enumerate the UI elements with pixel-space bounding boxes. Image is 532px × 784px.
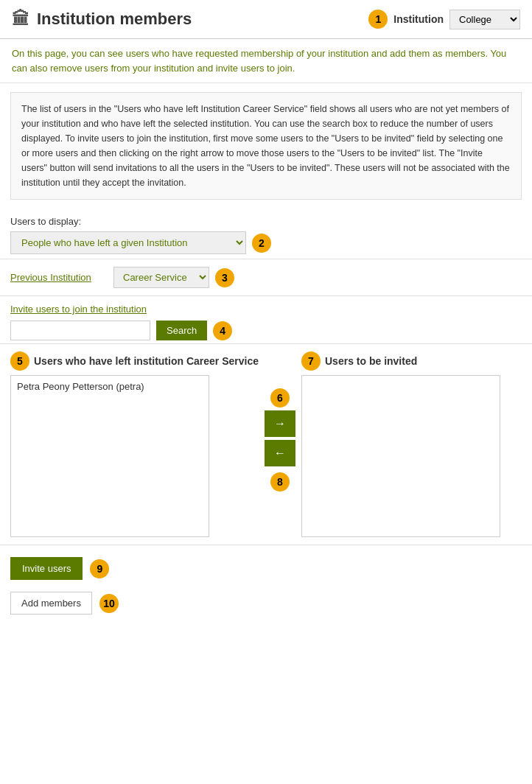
institution-label: Institution xyxy=(393,13,444,25)
institution-select[interactable]: College University School xyxy=(449,10,520,29)
previous-institution-select[interactable]: Career Service College University xyxy=(113,267,209,288)
invite-label: Invite users to join the institution xyxy=(10,304,522,315)
previous-institution-controls: Career Service College University 3 xyxy=(113,267,234,288)
badge-7: 7 xyxy=(301,351,321,371)
move-right-button[interactable]: → xyxy=(265,410,295,437)
institution-icon: 🏛 xyxy=(12,9,29,29)
previous-institution-row: Previous Institution Career Service Coll… xyxy=(0,259,532,296)
users-display-controls: People who have left a given Institution… xyxy=(10,231,522,254)
badge-10: 10 xyxy=(99,594,119,613)
badge-1: 1 xyxy=(368,10,388,29)
header-controls: 1 Institution College University School xyxy=(368,10,520,29)
left-users-list[interactable]: Petra Peony Petterson (petra) xyxy=(10,375,209,537)
badge-8: 8 xyxy=(270,472,290,491)
lists-section: 5Users who have left institution Career … xyxy=(0,344,532,545)
page-title: Institution members xyxy=(37,10,192,29)
invite-users-button[interactable]: Invite users xyxy=(10,557,83,580)
badge-5: 5 xyxy=(10,351,29,371)
badge-2: 2 xyxy=(252,234,271,253)
invite-button-row: Invite users 9 xyxy=(0,545,532,587)
badge-3: 3 xyxy=(215,268,234,287)
move-left-button[interactable]: ← xyxy=(265,440,295,466)
lists-container: 5Users who have left institution Career … xyxy=(10,351,522,537)
badge-9: 9 xyxy=(90,559,109,578)
users-display-label: Users to display: xyxy=(10,216,522,227)
right-users-title: 7Users to be invited xyxy=(301,351,500,371)
users-display-select[interactable]: People who have left a given Institution… xyxy=(10,231,246,254)
list-item[interactable]: Petra Peony Petterson (petra) xyxy=(14,379,206,394)
page-title-area: 🏛 Institution members xyxy=(12,9,360,29)
description-box: The list of users in the "Users who have… xyxy=(10,92,522,200)
add-members-button[interactable]: Add members xyxy=(10,592,92,615)
previous-institution-label: Previous Institution xyxy=(10,272,99,283)
search-button[interactable]: Search xyxy=(156,321,207,340)
search-row: Search 4 xyxy=(10,321,522,340)
badge-6: 6 xyxy=(270,388,290,407)
users-display-section: Users to display: People who have left a… xyxy=(0,209,532,259)
right-users-col: 7Users to be invited xyxy=(301,351,500,537)
right-users-list[interactable] xyxy=(301,375,500,537)
header: 🏛 Institution members 1 Institution Coll… xyxy=(0,0,532,39)
arrow-col: 6 → ← 8 xyxy=(265,351,295,491)
left-users-title: 5Users who have left institution Career … xyxy=(10,351,259,371)
badge-4: 4 xyxy=(213,321,232,340)
left-users-col: 5Users who have left institution Career … xyxy=(10,351,259,537)
add-members-row: Add members 10 xyxy=(0,587,532,629)
invite-section: Invite users to join the institution Sea… xyxy=(0,296,532,344)
info-banner: On this page, you can see users who have… xyxy=(0,39,532,83)
search-input[interactable] xyxy=(10,321,150,340)
